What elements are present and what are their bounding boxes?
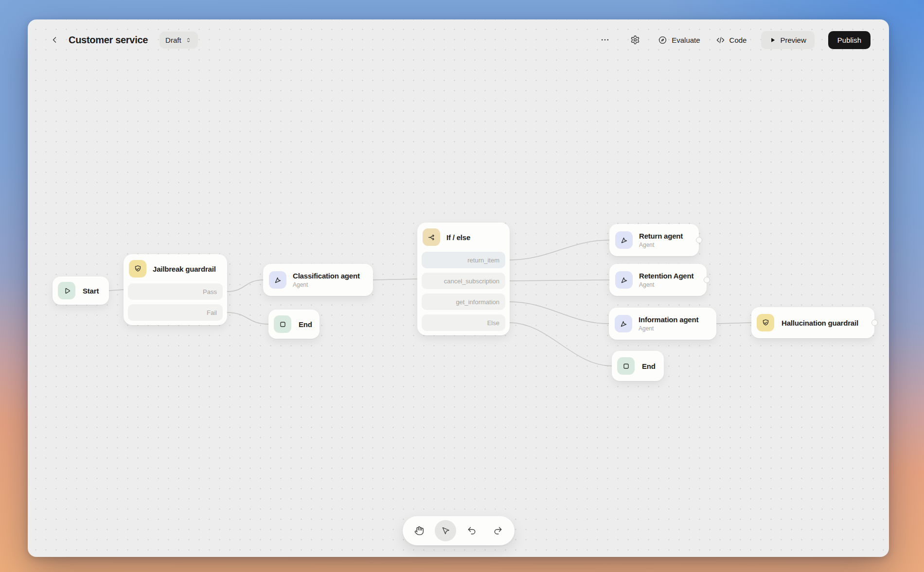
node-title: Jailbreak guardrail bbox=[153, 265, 216, 273]
node-title: If / else bbox=[446, 233, 470, 242]
branch-row: Pass bbox=[128, 283, 223, 300]
hand-icon bbox=[414, 526, 424, 536]
node-title: End bbox=[642, 362, 656, 370]
stop-icon bbox=[617, 357, 635, 375]
node-title: Start bbox=[83, 287, 99, 295]
page-title: Customer service bbox=[69, 35, 148, 46]
branch-header: Jailbreak guardrail bbox=[128, 259, 223, 279]
branch-row: cancel_subscription bbox=[422, 273, 505, 289]
node-title: End bbox=[299, 320, 312, 329]
branch-label: Fail bbox=[207, 309, 217, 316]
publish-button[interactable]: Publish bbox=[828, 31, 871, 49]
canvas-toolbar bbox=[403, 516, 515, 545]
agent-cursor-icon bbox=[615, 271, 633, 289]
more-button[interactable] bbox=[597, 32, 613, 48]
node-title: Retention Agent bbox=[639, 272, 693, 280]
play-icon bbox=[58, 282, 75, 299]
if-else-node[interactable]: If / elsereturn_itemcancel_subscriptiong… bbox=[417, 223, 510, 335]
branch-label: Pass bbox=[203, 288, 217, 295]
branch-label: get_information bbox=[456, 298, 499, 306]
evaluate-button[interactable]: Evaluate bbox=[657, 34, 701, 47]
agent-builder-window: StartJailbreak guardrailPassFailClassifi… bbox=[28, 19, 889, 557]
header-actions: Evaluate Code Preview Publish bbox=[597, 31, 871, 49]
back-button[interactable] bbox=[46, 32, 63, 48]
header: Customer service Draft Evaluate Cod bbox=[28, 19, 889, 60]
undo-icon bbox=[467, 526, 477, 536]
branch-label: return_item bbox=[467, 257, 499, 264]
code-icon bbox=[716, 35, 725, 45]
undo-button[interactable] bbox=[461, 520, 482, 541]
branch-row: return_item bbox=[422, 252, 505, 268]
redo-icon bbox=[493, 526, 503, 536]
split-icon bbox=[423, 228, 440, 246]
branch-row: Fail bbox=[128, 304, 223, 321]
jailbreak-guardrail-node[interactable]: Jailbreak guardrailPassFail bbox=[124, 254, 227, 325]
redo-button[interactable] bbox=[487, 520, 509, 541]
play-filled-icon bbox=[769, 37, 776, 43]
classification-agent-node[interactable]: Classification agentAgent bbox=[263, 264, 373, 296]
chevrons-up-down-icon bbox=[185, 36, 192, 44]
hallucination-guardrail-node[interactable]: Hallucination guardrail bbox=[751, 307, 874, 338]
node-title: Information agent bbox=[639, 315, 698, 324]
branch-row: get_information bbox=[422, 294, 505, 310]
information-agent-node[interactable]: Information agentAgent bbox=[609, 308, 716, 340]
retention-agent-node[interactable]: Retention AgentAgent bbox=[609, 264, 707, 296]
evaluate-label: Evaluate bbox=[672, 36, 700, 44]
pan-tool[interactable] bbox=[409, 520, 430, 541]
branch-row: Else bbox=[422, 314, 505, 331]
node-subtitle: Agent bbox=[639, 242, 683, 248]
ellipsis-icon bbox=[600, 35, 610, 45]
node-text: Classification agentAgent bbox=[293, 272, 360, 288]
code-button[interactable]: Code bbox=[715, 34, 748, 47]
node-subtitle: Agent bbox=[293, 281, 360, 288]
end-2-node[interactable]: End bbox=[612, 351, 664, 381]
node-title: Hallucination guardrail bbox=[782, 319, 858, 327]
agent-cursor-icon bbox=[615, 315, 632, 332]
end-1-node[interactable]: End bbox=[268, 310, 320, 339]
branch-header: If / else bbox=[422, 227, 505, 247]
branch-label: cancel_subscription bbox=[444, 277, 499, 285]
chevron-left-icon bbox=[50, 35, 59, 45]
settings-button[interactable] bbox=[627, 32, 643, 48]
status-label: Draft bbox=[165, 36, 181, 44]
code-label: Code bbox=[729, 36, 747, 44]
stop-icon bbox=[274, 315, 291, 333]
output-port[interactable] bbox=[871, 320, 878, 326]
node-text: Return agentAgent bbox=[639, 232, 683, 248]
node-subtitle: Agent bbox=[639, 281, 693, 288]
node-text: Retention AgentAgent bbox=[639, 272, 693, 288]
branch-label: Else bbox=[487, 319, 499, 327]
desktop-wallpaper: StartJailbreak guardrailPassFailClassifi… bbox=[0, 0, 924, 572]
status-dropdown[interactable]: Draft bbox=[160, 32, 198, 49]
select-tool[interactable] bbox=[435, 520, 456, 541]
node-text: Information agentAgent bbox=[639, 315, 698, 332]
agent-cursor-icon bbox=[615, 231, 633, 249]
output-port[interactable] bbox=[704, 277, 710, 283]
compass-icon bbox=[658, 35, 667, 45]
shield-check-icon bbox=[757, 314, 774, 331]
node-title: Classification agent bbox=[293, 272, 360, 280]
node-subtitle: Agent bbox=[639, 325, 698, 332]
gear-icon bbox=[630, 35, 640, 45]
agent-cursor-icon bbox=[269, 271, 286, 289]
start-node[interactable]: Start bbox=[53, 277, 109, 305]
output-port[interactable] bbox=[696, 237, 702, 243]
preview-label: Preview bbox=[780, 36, 806, 44]
cursor-icon bbox=[441, 526, 450, 536]
canvas[interactable]: StartJailbreak guardrailPassFailClassifi… bbox=[28, 19, 889, 557]
shield-check-icon bbox=[129, 260, 146, 277]
preview-button[interactable]: Preview bbox=[761, 31, 814, 49]
return-agent-node[interactable]: Return agentAgent bbox=[609, 224, 699, 256]
node-title: Return agent bbox=[639, 232, 683, 240]
